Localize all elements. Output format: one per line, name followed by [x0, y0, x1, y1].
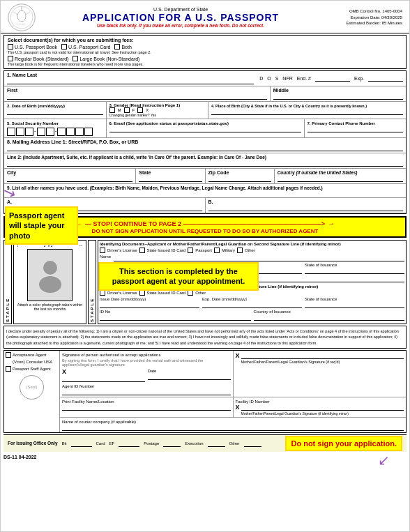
- facility-name-cell: Print Facility Name/Location: [60, 397, 234, 417]
- regular-book-option[interactable]: Regular Book (Standard): [8, 56, 68, 61]
- execution-input[interactable]: [208, 441, 225, 447]
- svg-point-8: [39, 276, 61, 293]
- other-checkbox2[interactable]: [188, 290, 193, 296]
- o-label: O: [267, 76, 271, 81]
- sig-person-cell: Signature of person authorized to accept…: [60, 351, 234, 397]
- state-input2[interactable]: [305, 303, 404, 308]
- facility-input[interactable]: [62, 405, 231, 411]
- other-names-label: 9. List all other names you have used. (…: [7, 185, 323, 190]
- ssn-box-4[interactable]: [37, 128, 45, 136]
- country-issuance-input[interactable]: [254, 315, 405, 321]
- both-checkbox[interactable]: [114, 44, 120, 50]
- issue-date-input2[interactable]: [100, 303, 199, 308]
- bk-input[interactable]: [71, 441, 92, 447]
- ssn-box-9[interactable]: [84, 128, 93, 136]
- mailing2-row: Line 2: (Include Apartment, Suite, etc. …: [4, 153, 406, 169]
- state-id-checkbox2[interactable]: [139, 290, 145, 296]
- mailing2-label: Line 2: (Include Apartment, Suite, etc. …: [7, 155, 266, 160]
- facility-label: Print Facility Name/Location: [62, 400, 114, 404]
- passport-checkbox1[interactable]: [188, 248, 193, 253]
- name-input[interactable]: [7, 79, 254, 84]
- ssn-box-8[interactable]: [75, 128, 84, 136]
- passport-card-checkbox[interactable]: [61, 44, 67, 50]
- military-checkbox1[interactable]: [214, 248, 220, 253]
- phone-input[interactable]: [308, 127, 404, 132]
- agent-id-input[interactable]: [62, 390, 231, 395]
- gender-f-checkbox[interactable]: [124, 107, 130, 113]
- staple-right-top: STAPLE: [88, 240, 96, 324]
- mailing1-input[interactable]: [7, 146, 403, 151]
- mother-sig-cell: X Mother/Father/Parent/Legal Guardian's …: [234, 351, 407, 397]
- mother-sig-input[interactable]: [241, 354, 404, 359]
- ssn-box-1[interactable]: [7, 128, 15, 136]
- sig-date-row: X Date: [62, 368, 231, 382]
- mailing2-input[interactable]: [7, 161, 403, 167]
- omb-info: OMB Control No. 1405-0004 Expiration Dat…: [326, 8, 402, 26]
- passport-staff-checkbox[interactable]: [6, 366, 11, 372]
- state-cell1: State of Issuance: [305, 263, 404, 274]
- zip-input[interactable]: [208, 176, 271, 182]
- minor-sig-input[interactable]: [241, 405, 404, 411]
- ssn-box-7[interactable]: [66, 128, 75, 136]
- postage-input[interactable]: [163, 441, 181, 447]
- arrow-to-sign: ↙: [378, 452, 390, 469]
- other-input[interactable]: [244, 441, 261, 447]
- acceptance-agent-checkbox[interactable]: [6, 352, 11, 358]
- country-input[interactable]: [278, 176, 403, 182]
- large-book-option[interactable]: Large Book (Non-Standard): [73, 56, 139, 61]
- passport-card-option[interactable]: U.S. Passport Card: [61, 44, 110, 50]
- pob-input[interactable]: [211, 109, 403, 115]
- other-names-b-input[interactable]: [208, 206, 404, 211]
- gender-x-checkbox[interactable]: [137, 107, 143, 113]
- other-names-label-row: 9. List all other names you have used. (…: [4, 184, 406, 198]
- dob-input[interactable]: [7, 109, 103, 115]
- courier-input[interactable]: [62, 425, 404, 431]
- form-subtitle: Use black ink only. If you make an error…: [41, 23, 320, 28]
- issue-date-cell2: Issue Date (mm/dd/yyyy): [100, 297, 199, 308]
- end-label: End. #: [297, 76, 311, 81]
- ef-input[interactable]: [119, 441, 139, 447]
- photo-box: [27, 249, 73, 301]
- date-label: Date: [148, 369, 157, 373]
- passport-book-option[interactable]: U.S. Passport Book: [8, 44, 57, 50]
- state-input1[interactable]: [305, 268, 404, 274]
- sig-input[interactable]: [62, 377, 145, 382]
- city-label: City: [7, 170, 16, 175]
- first-name-input[interactable]: [7, 94, 267, 100]
- email-input[interactable]: [109, 127, 301, 132]
- exp-date-input2[interactable]: [202, 303, 302, 308]
- dob-label: 2. Date of Birth (mm/dd/yyyy): [7, 104, 65, 108]
- phone-label: 7. Primary Contact Phone Number: [308, 121, 375, 126]
- other-checkbox1[interactable]: [237, 248, 243, 253]
- footer-fields: For Issuing Office Only Bk Card EF Posta…: [8, 440, 261, 447]
- both-option[interactable]: Both: [114, 44, 131, 50]
- gender-options: M F X: [109, 107, 206, 113]
- state-input[interactable]: [139, 176, 202, 182]
- ssn-box-5[interactable]: [46, 128, 54, 136]
- svg-line-4: [13, 12, 17, 15]
- country-issuance-label: Country of Issuance: [254, 310, 291, 314]
- passport-book-checkbox[interactable]: [8, 44, 13, 50]
- ssn-boxes: - -: [7, 128, 103, 136]
- id-no-input2[interactable]: [100, 315, 251, 321]
- photo-caption: Attach a color photograph taken within t…: [17, 303, 83, 311]
- regular-book-checkbox[interactable]: [8, 56, 13, 61]
- agent-id-label: Agent ID Number: [62, 384, 94, 388]
- ssn-box-3[interactable]: [25, 128, 33, 136]
- state-id-checkbox1[interactable]: [139, 248, 145, 253]
- date-input[interactable]: [148, 374, 231, 380]
- city-input[interactable]: [7, 176, 132, 182]
- ssn-email-phone-row: 5. Social Security Number - - 6. Email (…: [4, 119, 406, 138]
- exp-input[interactable]: [368, 76, 403, 82]
- passport-book-label: U.S. Passport Book: [15, 45, 57, 50]
- drivers-license-checkbox1[interactable]: [100, 248, 105, 253]
- large-book-checkbox[interactable]: [73, 56, 78, 61]
- drivers-license-checkbox2[interactable]: [100, 290, 105, 296]
- middle-name-input[interactable]: [273, 94, 403, 100]
- country-issuance-cell: Country of Issuance: [254, 310, 405, 321]
- gender-m-checkbox[interactable]: [109, 107, 115, 113]
- ssn-box-6[interactable]: [57, 128, 66, 136]
- end-input[interactable]: [315, 76, 350, 82]
- ssn-box-2[interactable]: [16, 128, 24, 136]
- agent-name-input[interactable]: [114, 256, 404, 261]
